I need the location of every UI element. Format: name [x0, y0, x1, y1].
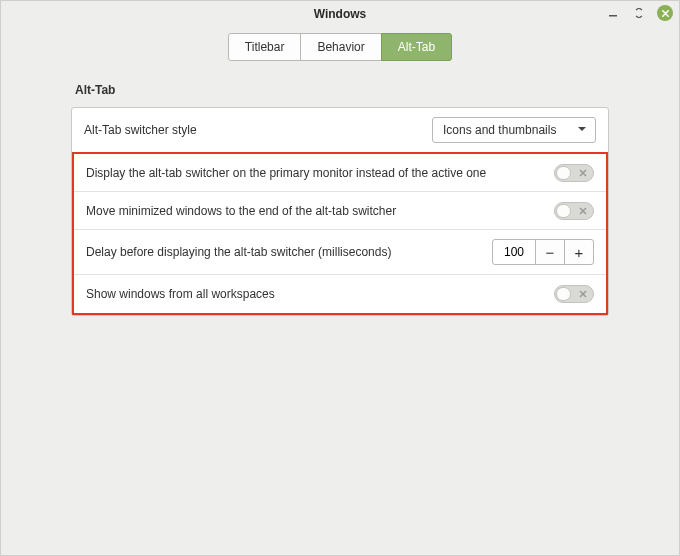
row-switcher-style: Alt-Tab switcher style Icons and thumbna…: [72, 108, 608, 153]
chevron-down-icon: [577, 123, 587, 137]
toggle-knob: [556, 287, 571, 301]
toggle-knob: [556, 204, 571, 218]
highlighted-group: Display the alt-tab switcher on the prim…: [72, 152, 608, 315]
window-title: Windows: [314, 7, 367, 21]
close-button[interactable]: [657, 5, 673, 21]
move-minimized-toggle[interactable]: [554, 202, 594, 220]
switcher-style-label: Alt-Tab switcher style: [84, 123, 197, 137]
row-primary-monitor: Display the alt-tab switcher on the prim…: [74, 154, 606, 192]
titlebar: Windows: [1, 1, 679, 27]
toggle-off-icon: [579, 207, 587, 215]
row-delay: Delay before displaying the alt-tab swit…: [74, 230, 606, 275]
minimize-icon: [608, 8, 618, 18]
section-alttab: Alt-Tab Alt-Tab switcher style Icons and…: [1, 83, 679, 316]
delay-decrement-button[interactable]: −: [535, 239, 565, 265]
show-all-toggle[interactable]: [554, 285, 594, 303]
delay-increment-button[interactable]: +: [564, 239, 594, 265]
minimize-button[interactable]: [605, 5, 621, 21]
tab-alttab[interactable]: Alt-Tab: [381, 33, 452, 61]
primary-monitor-toggle[interactable]: [554, 164, 594, 182]
tab-titlebar[interactable]: Titlebar: [228, 33, 302, 61]
move-minimized-label: Move minimized windows to the end of the…: [86, 204, 396, 218]
section-heading: Alt-Tab: [75, 83, 609, 97]
maximize-button[interactable]: [631, 5, 647, 21]
tab-behavior[interactable]: Behavior: [300, 33, 381, 61]
close-icon: [661, 9, 670, 18]
toggle-off-icon: [579, 290, 587, 298]
tab-group: Titlebar Behavior Alt-Tab: [228, 33, 452, 61]
window-controls: [605, 5, 673, 21]
maximize-icon: [634, 8, 644, 18]
window: Windows Titlebar Behavior Alt-Tab Alt-Ta…: [0, 0, 680, 556]
svg-rect-0: [609, 15, 617, 17]
row-move-minimized: Move minimized windows to the end of the…: [74, 192, 606, 230]
settings-panel: Alt-Tab switcher style Icons and thumbna…: [71, 107, 609, 316]
toggle-knob: [556, 166, 571, 180]
delay-input[interactable]: [492, 239, 536, 265]
show-all-label: Show windows from all workspaces: [86, 287, 275, 301]
toggle-off-icon: [579, 169, 587, 177]
delay-spinner: − +: [492, 239, 594, 265]
tab-strip: Titlebar Behavior Alt-Tab: [1, 27, 679, 73]
delay-label: Delay before displaying the alt-tab swit…: [86, 245, 391, 259]
switcher-style-value: Icons and thumbnails: [443, 123, 556, 137]
switcher-style-combo[interactable]: Icons and thumbnails: [432, 117, 596, 143]
row-show-all: Show windows from all workspaces: [74, 275, 606, 313]
primary-monitor-label: Display the alt-tab switcher on the prim…: [86, 166, 486, 180]
